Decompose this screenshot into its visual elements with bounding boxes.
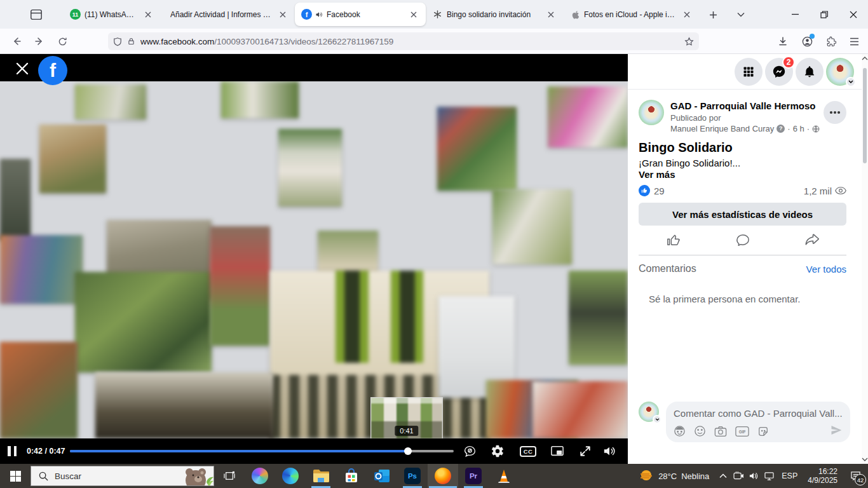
menu-icon[interactable] — [845, 32, 863, 50]
photoshop-icon: Ps — [404, 468, 421, 484]
tray-clock[interactable]: 16:22 4/9/2025 — [803, 467, 843, 485]
tracking-shield-icon[interactable] — [113, 37, 122, 46]
extensions-icon[interactable] — [822, 32, 840, 50]
close-icon[interactable] — [276, 8, 290, 22]
like-thumb-icon[interactable] — [639, 185, 650, 196]
post-time[interactable]: 6 h — [793, 123, 804, 134]
collage-photo — [221, 81, 299, 118]
camera-icon[interactable] — [714, 426, 727, 437]
taskbar-app-store[interactable] — [336, 464, 367, 488]
taskbar-app-firefox-active[interactable] — [428, 464, 458, 488]
profile-avatar[interactable] — [826, 58, 854, 86]
address-bar[interactable]: www.facebook.com/100093700164713/videos/… — [108, 32, 699, 50]
firefox-view-icon[interactable] — [27, 6, 46, 23]
downloads-icon[interactable] — [774, 32, 792, 50]
scroll-down-arrow[interactable] — [862, 458, 868, 461]
see-all-comments-link[interactable]: Ver todos — [806, 264, 846, 274]
author-name[interactable]: Manuel Enrique Band Curay — [670, 123, 774, 134]
comment-button[interactable] — [708, 233, 777, 247]
send-comment-icon[interactable] — [830, 424, 843, 437]
bookmark-star-icon[interactable] — [684, 37, 694, 46]
tray-language-indicator[interactable]: ESP — [776, 471, 803, 480]
sticker-icon[interactable] — [757, 426, 769, 437]
like-button[interactable] — [639, 233, 708, 247]
chevron-down-icon[interactable] — [653, 415, 661, 424]
composer-avatar[interactable] — [639, 402, 659, 422]
taskbar-app-outlook[interactable] — [367, 464, 397, 488]
video-progress-bar[interactable] — [70, 450, 454, 452]
tab-facebook-active[interactable]: f Facebook — [295, 3, 426, 26]
menu-grid-icon[interactable] — [735, 58, 763, 86]
tray-meet-now-icon[interactable] — [731, 464, 746, 488]
tab-whatsapp[interactable]: 11 (11) WhatsApp Business — [64, 3, 160, 26]
avatar-sticker-icon[interactable] — [674, 425, 686, 437]
volume-button[interactable] — [601, 444, 618, 459]
back-button[interactable] — [8, 32, 25, 50]
picture-in-picture-button[interactable] — [549, 444, 566, 459]
start-button[interactable] — [0, 464, 31, 488]
sidebar-scrollbar[interactable] — [862, 54, 868, 464]
new-tab-button[interactable] — [704, 6, 722, 24]
video-stats-button[interactable]: Ver más estadísticas de videos — [639, 203, 846, 226]
collage-photo — [210, 226, 270, 346]
emoji-smiley-icon[interactable] — [694, 425, 706, 437]
tab-list-button[interactable] — [732, 6, 750, 24]
action-center-button[interactable]: 42 — [843, 464, 868, 488]
close-icon[interactable] — [544, 8, 558, 22]
tab-audio-icon[interactable] — [315, 11, 323, 18]
see-more-link[interactable]: Ver más — [639, 169, 846, 180]
tray-volume-icon[interactable] — [746, 464, 761, 488]
settings-gear-icon[interactable] — [489, 444, 506, 459]
taskbar-app-photoshop[interactable]: Ps — [397, 464, 428, 488]
account-icon[interactable] — [798, 32, 816, 50]
collage-photo — [0, 159, 31, 240]
taskbar-app-file-explorer[interactable] — [306, 464, 336, 488]
taskbar-search-input[interactable] — [55, 471, 150, 481]
post-options-button[interactable] — [824, 101, 846, 124]
tray-chevron-up-icon[interactable] — [715, 464, 731, 488]
taskbar-app-vlc[interactable] — [489, 464, 519, 488]
fullscreen-button[interactable] — [577, 444, 593, 459]
close-icon[interactable] — [141, 8, 155, 22]
scrollbar-thumb[interactable] — [863, 68, 867, 163]
task-view-button[interactable] — [214, 464, 245, 488]
hide-comments-button[interactable] — [461, 444, 478, 459]
video-close-icon[interactable] — [15, 62, 31, 77]
closed-captions-button[interactable]: CC — [520, 444, 536, 459]
close-icon[interactable] — [407, 8, 421, 22]
comments-header: Comentarios Ver todos — [639, 263, 846, 274]
close-icon[interactable] — [680, 8, 694, 22]
taskbar-app-copilot[interactable] — [245, 464, 275, 488]
gif-icon[interactable]: GIF — [735, 426, 749, 437]
tab-icloud[interactable]: Fotos en iCloud - Apple iClou — [563, 3, 699, 26]
progress-knob[interactable] — [404, 447, 412, 455]
video-preview-thumbnail: 0:41 — [370, 397, 443, 439]
comment-input[interactable]: Comentar como GAD - Parroquial Vall... G… — [666, 402, 850, 442]
url-host: www.facebook.com — [140, 37, 214, 46]
notifications-bell-icon[interactable] — [796, 58, 824, 86]
messenger-icon[interactable]: 2 — [765, 58, 793, 86]
taskbar-weather-widget[interactable]: 28°C Neblina — [632, 464, 715, 488]
scroll-up-arrow[interactable] — [862, 57, 868, 60]
video-frame-collage[interactable] — [0, 81, 628, 438]
page-name[interactable]: GAD - Parroquial Valle Hermoso — [670, 100, 824, 112]
video-player[interactable]: f 0:41 0:42 / 0:47 CC — [0, 54, 628, 464]
tab-informes[interactable]: Añadir Actividad | Informes Mens — [160, 3, 295, 26]
lock-icon[interactable] — [127, 37, 135, 46]
collage-photo — [95, 372, 273, 438]
pause-button[interactable] — [8, 446, 19, 456]
facebook-logo[interactable]: f — [38, 56, 67, 85]
taskbar-app-edge[interactable] — [275, 464, 306, 488]
forward-button[interactable] — [31, 32, 48, 50]
like-count[interactable]: 29 — [654, 186, 665, 196]
taskbar-search-box[interactable] — [31, 466, 214, 486]
window-minimize-button[interactable] — [780, 0, 810, 29]
window-close-button[interactable] — [839, 0, 868, 29]
tab-bingo[interactable]: Bingo solidario invitación — [426, 3, 563, 26]
tray-network-icon[interactable] — [761, 464, 776, 488]
page-avatar[interactable] — [639, 100, 664, 125]
window-restore-button[interactable] — [810, 0, 839, 29]
share-button[interactable] — [777, 233, 846, 247]
taskbar-app-premiere[interactable]: Pr — [458, 464, 489, 488]
reload-button[interactable] — [53, 32, 71, 50]
